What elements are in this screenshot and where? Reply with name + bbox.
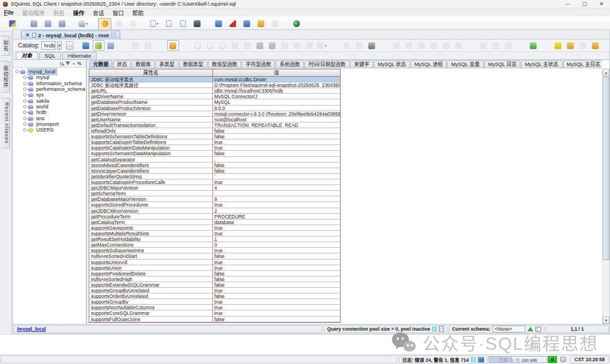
- tree-node[interactable]: sys: [13, 92, 86, 98]
- table-row[interactable]: supportsCatalogsInProcedureCalls true: [89, 179, 340, 185]
- metadata-tab[interactable]: MySQL 主状态: [521, 60, 562, 68]
- vtab-aliases[interactable]: 别名: [1, 36, 10, 56]
- table-row[interactable]: getJDBCMinorVersion 2: [89, 208, 340, 214]
- tree-node[interactable]: mysql: [13, 74, 86, 80]
- save-sql-icon[interactable]: [254, 40, 266, 51]
- tree-node[interactable]: information_schema: [13, 81, 86, 86]
- tab-sql[interactable]: SQL: [39, 52, 61, 59]
- session-tab-close-icon[interactable]: ✕: [25, 32, 30, 38]
- session-toolbar-icon[interactable]: [155, 40, 167, 51]
- table-row[interactable]: supportsSchemasInDataManipulation false: [89, 151, 340, 156]
- table-row[interactable]: getCatalogSeparator .: [89, 157, 340, 163]
- save-as-sql-icon[interactable]: [267, 40, 278, 51]
- format-sql-icon[interactable]: [304, 40, 316, 51]
- add-user-icon[interactable]: [528, 40, 539, 51]
- table-row[interactable]: supportsSubqueriesInIns true: [89, 248, 340, 253]
- table-row[interactable]: supportsCatalogsInDataManipulation true: [89, 145, 340, 151]
- table-row[interactable]: supportsOrderByUnrelated false: [89, 293, 340, 299]
- session-toolbar-icon[interactable]: [602, 40, 610, 51]
- refresh-schema-icon[interactable]: [528, 327, 533, 331]
- search-icon[interactable]: [60, 62, 63, 65]
- table-row[interactable]: supportsExtendedSQLGrammar false: [89, 282, 340, 288]
- expand-icon[interactable]: [23, 82, 27, 85]
- metadata-tab[interactable]: 表类型: [155, 60, 178, 68]
- session-toolbar-icon[interactable]: [378, 40, 390, 51]
- tree-node[interactable]: sakila: [13, 98, 86, 103]
- copy-icon[interactable]: [176, 18, 189, 30]
- catalog-select[interactable]: hrdb: [41, 41, 55, 50]
- table-row[interactable]: supportsSavepoints true: [89, 225, 340, 231]
- search-result-icon[interactable]: [341, 40, 353, 51]
- menu-windows[interactable]: 窗口: [112, 8, 124, 17]
- toolbar-icon[interactable]: [20, 18, 26, 30]
- schema-value[interactable]: <None>: [493, 326, 525, 332]
- save-icon[interactable]: [190, 18, 203, 30]
- open-folder-icon[interactable]: [590, 40, 602, 51]
- run-session-icon[interactable]: [112, 18, 125, 30]
- scrollbar-thumb[interactable]: [603, 77, 609, 260]
- session-toolbar-icon[interactable]: [515, 40, 527, 51]
- toolbar-icon[interactable]: [69, 18, 76, 30]
- favorites-icon[interactable]: [142, 40, 154, 51]
- table-row[interactable]: supportsGroupBy true: [89, 299, 340, 305]
- metadata-tab[interactable]: MySQL 主日志: [563, 60, 602, 68]
- tree-node[interactable]: jimureport: [13, 121, 86, 127]
- menu-file[interactable]: File: [4, 10, 14, 16]
- table-row[interactable]: getIdentifierQuoteString `: [89, 174, 340, 179]
- column-header-value[interactable]: 值: [213, 69, 340, 76]
- plugin-alert-icon[interactable]: [226, 18, 239, 30]
- metadata-tab[interactable]: MySQL 进程: [411, 60, 447, 68]
- refresh-objects-icon[interactable]: [93, 40, 104, 51]
- run-macro-icon[interactable]: [130, 40, 142, 51]
- table-row[interactable]: getDatabaseProductVersion 9.0.0: [89, 106, 340, 111]
- tab-objects[interactable]: 对象: [16, 52, 38, 59]
- tab-hibernate[interactable]: Hibernate: [62, 52, 97, 59]
- active-session-icon[interactable]: [98, 18, 111, 30]
- tree-node[interactable]: USERS: [13, 127, 86, 133]
- table-row[interactable]: getDefaultTransactionIsolation TRANSACTI…: [89, 122, 340, 128]
- table-row[interactable]: getDriverVersion mysql-connector-j-9.3.0…: [89, 111, 340, 117]
- session-path-link[interactable]: /mysql_local: [17, 326, 46, 332]
- table-row[interactable]: getCatalogTerm database: [89, 220, 340, 225]
- filter-dropdown-icon[interactable]: ▼: [72, 62, 75, 65]
- metadata-tab[interactable]: 数据类型: [179, 60, 207, 68]
- plugin-trash-icon[interactable]: [240, 18, 253, 30]
- plugin-blue-icon[interactable]: [212, 18, 225, 30]
- close-sql-icon[interactable]: [279, 40, 291, 51]
- metadata-tab[interactable]: 数值型函数: [208, 60, 241, 68]
- table-row[interactable]: storesUpperCaseIdentifiers false: [89, 168, 340, 174]
- driver-select-icon[interactable]: [77, 18, 90, 30]
- close-button[interactable]: ✕: [593, 0, 610, 8]
- indent-plus-icon[interactable]: [441, 40, 452, 51]
- filter-icon[interactable]: [66, 62, 70, 65]
- session-tab[interactable]: ✕ 2 - mysql_local (hrdb) - root: [21, 30, 120, 39]
- collapse-icon[interactable]: [15, 70, 19, 73]
- expand-icon[interactable]: [23, 99, 27, 103]
- table-row[interactable]: getDatabaseMajorVersion 9: [89, 196, 340, 202]
- exec-sql-icon[interactable]: [217, 40, 229, 51]
- scroll-down-icon[interactable]: ▼: [603, 317, 609, 324]
- edit-sql-icon[interactable]: [204, 40, 216, 51]
- schema-grid-icon[interactable]: [535, 327, 541, 332]
- metadata-tab[interactable]: MySQL 日志: [484, 60, 520, 68]
- edit-pen-icon[interactable]: [428, 40, 440, 51]
- table-row[interactable]: storesMixedCaseIdentifiers false: [89, 163, 340, 168]
- column-left-icon[interactable]: [490, 40, 502, 51]
- find-in-objects-icon[interactable]: [105, 40, 117, 51]
- tree-node[interactable]: hrdb: [13, 109, 86, 115]
- table-row[interactable]: getUserName root@localhost: [89, 117, 340, 122]
- pool-list-icon[interactable]: [439, 326, 444, 332]
- expand-icon[interactable]: [23, 93, 27, 97]
- scroll-up-icon[interactable]: ▲: [603, 69, 609, 76]
- session-toolbar-icon[interactable]: [180, 40, 191, 51]
- table-row[interactable]: supportsPositionedDelete false: [89, 271, 340, 277]
- redo-icon[interactable]: [354, 40, 365, 51]
- table-row[interactable]: supportsSchemasInTableDefinitions false: [89, 134, 340, 139]
- table-row[interactable]: getSchemaTerm: [89, 191, 340, 196]
- table-row[interactable]: isReadOnly false: [89, 128, 340, 134]
- log-viewer-icon[interactable]: [478, 357, 484, 362]
- metadata-tab[interactable]: 系统函数: [276, 60, 304, 68]
- expand-icon[interactable]: [23, 87, 27, 91]
- catalog-dropdown-icon[interactable]: ▼: [57, 41, 62, 50]
- table-info-icon[interactable]: [80, 40, 92, 51]
